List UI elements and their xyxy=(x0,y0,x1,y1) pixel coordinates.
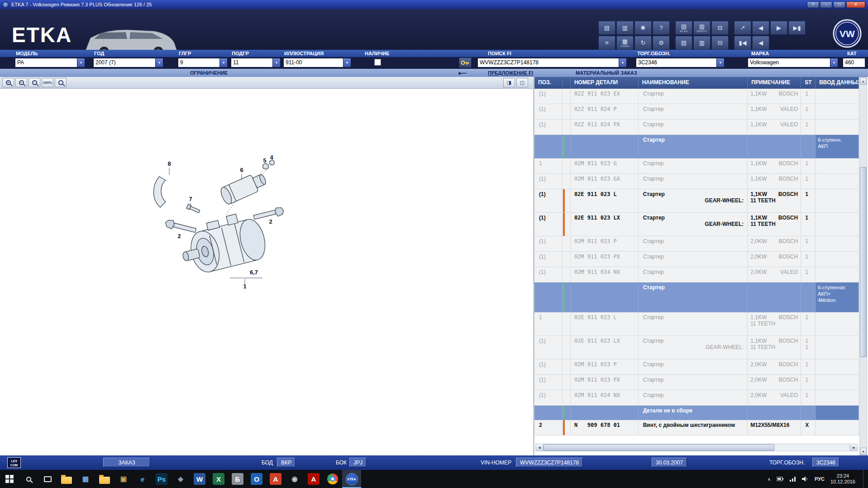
search-button[interactable] xyxy=(19,470,38,488)
edge-browser[interactable]: e xyxy=(133,470,152,488)
part-row[interactable]: (1)02M 911 024 NXСтартер2,0KWVALEO1 xyxy=(534,390,859,406)
zoom-out-button[interactable]: − xyxy=(15,78,27,87)
hscroll-track[interactable] xyxy=(544,444,850,451)
print-button[interactable]: ▤ xyxy=(598,21,615,35)
task-view-button[interactable] xyxy=(38,470,57,488)
part-row[interactable]: 102E 911 023 LСтартер1,1KWBOSCH11 TEETH1 xyxy=(534,312,859,336)
word[interactable]: W xyxy=(190,470,209,488)
diagram-callout-6[interactable]: 6 xyxy=(240,167,243,173)
print-preview-button[interactable]: ▥ xyxy=(616,21,634,35)
diagram-callout-7[interactable]: 7 xyxy=(189,196,192,202)
maximize-button[interactable]: □ xyxy=(833,1,845,8)
part-row[interactable]: (1)02Z 911 023 EXСтартер1,1KWBOSCH1 xyxy=(534,89,859,104)
outlook[interactable]: O xyxy=(247,470,266,488)
zoom-region-button[interactable]: ▫ xyxy=(29,78,40,87)
scroll-up-button[interactable]: ▲ xyxy=(860,77,867,85)
section-row[interactable]: Стартер6-ступенч.АКП xyxy=(534,135,859,158)
parts-list-button[interactable]: ▤ xyxy=(675,36,692,50)
cart-button[interactable]: ⊟ xyxy=(711,21,729,35)
scroll-right-button[interactable]: ▶ xyxy=(850,444,858,451)
column-header-note[interactable]: ПРИМЕЧАНИЕ xyxy=(748,77,801,89)
update-cycle-button[interactable]: ↻ xyxy=(634,36,652,50)
diagram-callout-4[interactable]: 4 xyxy=(270,154,273,161)
horizontal-scrollbar[interactable]: ◀ ▶ xyxy=(535,444,858,451)
app-icon-3[interactable]: ◆ xyxy=(171,470,190,488)
zoom-search-button[interactable] xyxy=(55,78,67,87)
excel[interactable]: X xyxy=(209,470,228,488)
chevron-down-icon[interactable]: ▼ xyxy=(77,58,85,67)
column-header-vvod[interactable]: ВВОД ДАННЫХ xyxy=(816,77,859,89)
hscroll-thumb[interactable] xyxy=(544,444,774,451)
part-row[interactable]: (1)02M 911 023 GXСтартер1,1KWBOSCH1 xyxy=(534,174,859,189)
app-icon-6[interactable]: ◉ xyxy=(285,470,304,488)
filter-illustration-combobox[interactable]: 911-00▼ xyxy=(283,58,351,67)
scroll-left-button[interactable]: ◀ xyxy=(536,444,544,451)
material-order-link[interactable]: МАТЕРИАЛЬНЫЙ ЗАКАЗ xyxy=(576,70,637,76)
offer-go-icon[interactable]: ▸— xyxy=(459,70,467,76)
chevron-down-icon[interactable]: ▼ xyxy=(830,58,838,67)
file-explorer[interactable] xyxy=(57,470,76,488)
chevron-down-icon[interactable]: ▼ xyxy=(219,58,227,67)
chrome[interactable] xyxy=(323,470,342,488)
diagram-callout-8[interactable]: 8 xyxy=(167,160,171,167)
history-back-button[interactable]: ◀ xyxy=(752,21,769,35)
show-desktop-button[interactable] xyxy=(863,470,865,488)
part-row[interactable]: (1)02E 911 023 LXСтартерGEAR-WHEEL:1,1KW… xyxy=(534,213,859,236)
filter-kat-field[interactable]: 460 xyxy=(843,58,865,67)
start-button[interactable] xyxy=(0,470,19,488)
battery-icon[interactable] xyxy=(777,477,784,481)
diagram-callout-1[interactable]: 1 xyxy=(243,283,246,290)
elsa-button[interactable]: ▤ELSA xyxy=(675,21,692,35)
chevron-down-icon[interactable]: ▼ xyxy=(155,58,163,67)
vertical-scrollbar[interactable]: ▲ ▼ xyxy=(859,77,867,455)
column-header-name[interactable]: НАИМЕНОВАНИЕ xyxy=(639,77,748,89)
part-row[interactable]: (1)02Z 911 024 PXСтартер1,1KWVALEO1 xyxy=(534,120,859,135)
chevron-down-icon[interactable]: ▼ xyxy=(272,58,280,67)
window-layout-button[interactable]: ◨ xyxy=(503,78,515,87)
app-icon-1[interactable]: ▦ xyxy=(76,470,95,488)
volume-icon[interactable] xyxy=(802,476,809,482)
part-row[interactable]: (1)02M 911 023 PСтартер2,0KWBOSCH1 xyxy=(534,359,859,375)
key-button[interactable] xyxy=(459,57,472,68)
order-button[interactable]: ЗАКАЗ xyxy=(103,458,150,467)
cart-order-button[interactable]: ⊟ xyxy=(711,36,729,50)
part-row[interactable]: (1)02M 911 023 PXСтартер2,0KWBOSCH1 xyxy=(534,252,859,267)
filter-glgr-combobox[interactable]: 9▼ xyxy=(178,58,228,67)
dart-button[interactable]: ↗ xyxy=(734,21,751,35)
wheel-button[interactable]: ⚙ xyxy=(653,36,670,50)
nav-first-button[interactable]: ▮◀ xyxy=(734,36,751,50)
special-tools-button[interactable]: ✱ xyxy=(634,21,652,35)
vscroll-track[interactable] xyxy=(860,85,867,448)
app-icon-4[interactable]: Б xyxy=(228,470,247,488)
part-row[interactable]: 102M 911 023 GСтартер1,1KWBOSCH1 xyxy=(534,158,859,174)
diagram-callout-2[interactable]: 2 xyxy=(269,218,272,225)
acrobat[interactable]: A xyxy=(304,470,323,488)
filter-torg-combobox[interactable]: 3C2346▼ xyxy=(636,58,725,67)
column-header-st[interactable]: ST xyxy=(801,77,816,89)
app-icon-2[interactable]: ▣ xyxy=(114,470,133,488)
nora-button[interactable]: ▦NORA xyxy=(616,36,634,50)
document-next-button[interactable]: ▶▮ xyxy=(788,21,806,35)
diagram-callout-5[interactable]: 5 xyxy=(263,157,266,164)
pane-split-button[interactable]: ◫ xyxy=(516,78,528,87)
minimize-button[interactable]: – xyxy=(820,1,832,8)
depot-button[interactable]: ▥DEPOT xyxy=(693,21,711,35)
close-button[interactable]: ✕ xyxy=(846,1,865,8)
clock[interactable]: 23:24 10.12.2016 xyxy=(830,473,855,485)
nav-back-button[interactable]: ◀ xyxy=(752,36,769,50)
part-row[interactable]: (1)02Z 911 024 PСтартер1,1KWVALEO1 xyxy=(534,104,859,120)
hidden-icons-chevron[interactable]: ∧ xyxy=(768,477,771,482)
vscroll-thumb[interactable] xyxy=(860,167,867,357)
restriction-link[interactable]: ОГРАНИЧЕНИЕ xyxy=(190,70,228,76)
app-icon-5[interactable]: A xyxy=(266,470,285,488)
column-header-part[interactable]: НОМЕР ДЕТАЛИ xyxy=(571,77,639,89)
photoshop[interactable]: Ps xyxy=(152,470,171,488)
etka-app[interactable]: ETKA xyxy=(342,470,361,488)
network-icon[interactable] xyxy=(790,476,796,482)
part-row[interactable]: (1)02E 911 023 LXСтартерGEAR-WHEEL:1,1KW… xyxy=(534,336,859,359)
zoom-100-button[interactable]: 100% xyxy=(42,78,53,87)
filter-podgr-combobox[interactable]: 11▼ xyxy=(231,58,281,67)
search-help-button[interactable]: ? xyxy=(653,21,670,35)
column-header-ind[interactable] xyxy=(563,77,571,89)
offer-fi-link[interactable]: ПРЕДЛОЖЕНИЕ FI xyxy=(488,70,533,76)
